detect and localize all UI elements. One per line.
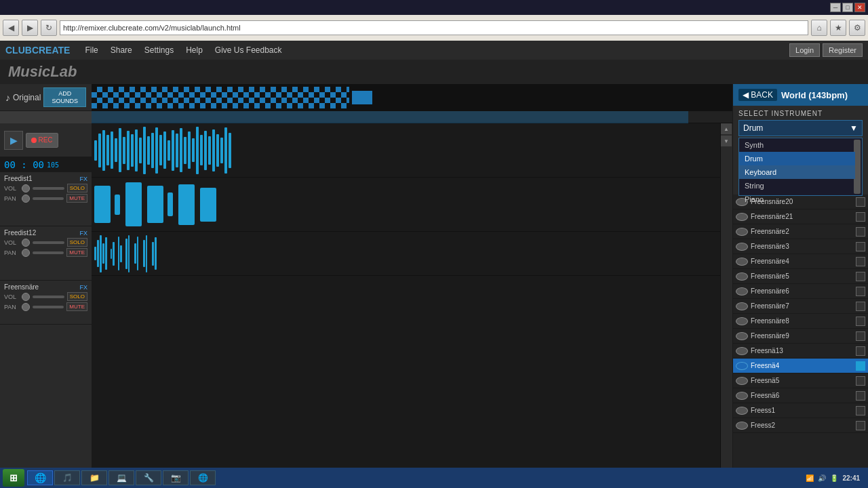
taskbar-app-7[interactable]: 🌐 (190, 470, 216, 485)
track1-solo-btn[interactable]: SOLO (67, 184, 87, 192)
sound-item-4[interactable]: Freensnäre4 (733, 254, 868, 269)
register-button[interactable]: Register (823, 43, 863, 57)
home-btn[interactable]: ⌂ (811, 20, 827, 36)
track2-vol-knob[interactable] (22, 239, 30, 247)
track1-pan-knob[interactable] (22, 195, 30, 203)
option-piano[interactable]: Piano (739, 192, 855, 206)
track3-vol-knob[interactable] (22, 293, 30, 301)
sound-item-icon-2 (736, 228, 748, 236)
close-btn[interactable]: ✕ (854, 3, 865, 12)
track1-fx-btn[interactable]: FX (79, 176, 87, 182)
menu-feedback[interactable]: Give Us Feedback (210, 43, 288, 58)
track3-pan-knob[interactable] (22, 303, 30, 311)
rec-button[interactable]: REC (26, 133, 58, 148)
track3-controls: Freensnäre FX VOL SOLO PAN (0, 281, 92, 325)
taskbar-app-1[interactable]: 🌐 (27, 470, 53, 485)
sound-check-2[interactable] (856, 227, 865, 237)
menu-share[interactable]: Share (105, 43, 138, 58)
track2-mute-btn[interactable]: MUTE (66, 248, 87, 257)
track1-vol-slider[interactable] (33, 187, 64, 190)
sound-name-9: Freensnäre9 (751, 332, 853, 340)
sound-item-13[interactable]: Freesnä6 (733, 388, 868, 403)
track2-solo-btn[interactable]: SOLO (67, 238, 87, 247)
sound-item-10[interactable]: Freesnä13 (733, 344, 868, 359)
track3-solo-btn[interactable]: SOLO (67, 292, 87, 301)
sound-item-5[interactable]: Freensnäre5 (733, 269, 868, 284)
back-browser-btn[interactable]: ◀ (3, 20, 19, 36)
scroll-up-btn[interactable]: ▲ (721, 123, 732, 134)
timeline-scrollbar[interactable]: ▲ ▼ (720, 123, 732, 468)
sound-item-3[interactable]: Freensnäre3 (733, 239, 868, 254)
add-sounds-button[interactable]: ADD SOUNDS (43, 87, 86, 108)
track2-fx-btn[interactable]: FX (79, 230, 87, 237)
sound-item-8[interactable]: Freensnäre8 (733, 314, 868, 329)
login-button[interactable]: Login (789, 43, 820, 57)
taskbar-app-5[interactable]: 🔧 (136, 470, 161, 485)
sound-item-12[interactable]: Freesnä5 (733, 373, 868, 388)
sound-item-6[interactable]: Freensnäre6 (733, 284, 868, 299)
taskbar-app-4[interactable]: 💻 (108, 470, 134, 485)
option-keyboard[interactable]: Keyboard (739, 165, 855, 179)
sound-name-10: Freesnä13 (751, 347, 853, 354)
sound-check-3[interactable] (856, 242, 865, 251)
menu-settings[interactable]: Settings (139, 43, 179, 58)
wave-thin (155, 237, 157, 270)
option-string[interactable]: String (739, 179, 855, 192)
volume-icon: 🔊 (818, 474, 826, 482)
sound-check-5[interactable] (856, 272, 865, 281)
wave-thin (137, 237, 138, 270)
option-drum[interactable]: Drum (739, 152, 855, 165)
address-bar[interactable]: http://remixer.clubcreate.com/v2/musicla… (60, 20, 808, 35)
sound-check-10[interactable] (856, 346, 865, 356)
sound-check-1[interactable] (856, 212, 865, 222)
minimize-btn[interactable]: ─ (830, 3, 841, 12)
sound-item-1[interactable]: Freensnäre21 (733, 209, 868, 224)
sound-check-15[interactable] (856, 421, 865, 430)
taskbar-app-6[interactable]: 📷 (163, 470, 189, 485)
track1-pan-slider[interactable] (33, 197, 64, 200)
track1-vol-knob[interactable] (22, 184, 30, 192)
sound-item-icon-14 (736, 407, 748, 415)
play-button[interactable]: ▶ (4, 131, 23, 150)
right-panel-header[interactable]: ◀ BACK World (143bpm) (733, 84, 868, 106)
taskbar-app-3[interactable]: 📁 (81, 470, 107, 485)
track3-fx-btn[interactable]: FX (79, 284, 87, 291)
track1-mute-btn[interactable]: MUTE (66, 194, 87, 203)
sound-item-15[interactable]: Freess2 (733, 418, 868, 433)
sound-item-9[interactable]: Freensnäre9 (733, 329, 868, 344)
sound-check-12[interactable] (856, 376, 865, 386)
network-icon: 📶 (806, 474, 814, 482)
sound-check-8[interactable] (856, 317, 865, 326)
instrument-dropdown[interactable]: Drum ▼ (738, 120, 863, 136)
menu-help[interactable]: Help (180, 43, 208, 58)
menu-file[interactable]: File (79, 43, 103, 58)
track2-vol-slider[interactable] (33, 241, 64, 244)
track3-vol-slider[interactable] (33, 296, 64, 298)
sound-check-14[interactable] (856, 406, 865, 415)
sound-item-14[interactable]: Freess1 (733, 403, 868, 418)
scroll-down-btn[interactable]: ▼ (721, 136, 732, 146)
sound-item-2[interactable]: Freensnäre2 (733, 224, 868, 239)
favorites-btn[interactable]: ★ (830, 20, 846, 36)
sound-item-7[interactable]: Freensnäre7 (733, 299, 868, 314)
forward-browser-btn[interactable]: ▶ (22, 20, 38, 36)
sound-check-9[interactable] (856, 331, 865, 341)
option-synth[interactable]: Synth (739, 138, 855, 152)
maximize-btn[interactable]: □ (842, 3, 853, 12)
sound-check-7[interactable] (856, 302, 865, 311)
sound-check-4[interactable] (856, 257, 865, 266)
taskbar-app-2[interactable]: 🎵 (54, 470, 80, 485)
track3-mute-btn[interactable]: MUTE (66, 302, 87, 311)
sound-check-11[interactable] (856, 361, 865, 371)
sound-item-11[interactable]: Freesnä4 (733, 359, 868, 373)
sound-check-6[interactable] (856, 287, 865, 296)
back-button[interactable]: ◀ BACK (738, 89, 777, 101)
sound-check-0[interactable] (856, 197, 865, 207)
track2-pan-knob[interactable] (22, 249, 30, 257)
start-button[interactable]: ⊞ (3, 469, 24, 487)
sound-check-13[interactable] (856, 391, 865, 401)
settings-browser-btn[interactable]: ⚙ (849, 20, 865, 36)
track2-pan-slider[interactable] (33, 251, 64, 254)
track3-pan-slider[interactable] (33, 306, 64, 308)
refresh-btn[interactable]: ↻ (41, 20, 57, 36)
